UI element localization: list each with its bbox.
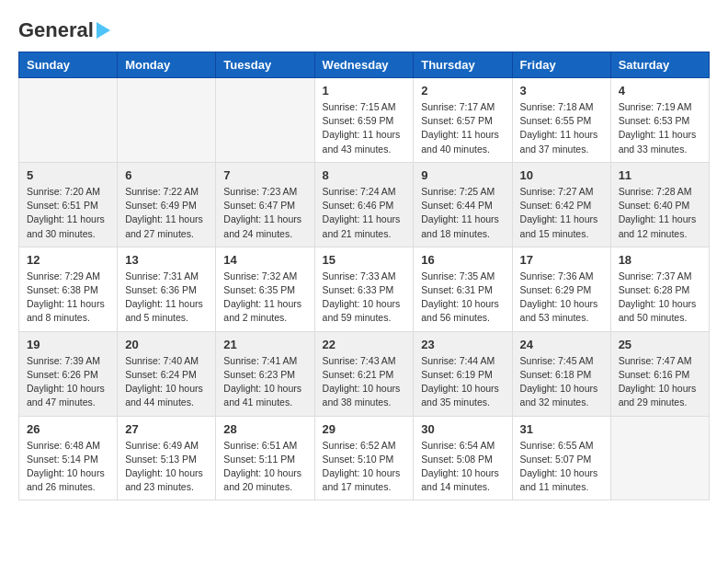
calendar-week-5: 26Sunrise: 6:48 AM Sunset: 5:14 PM Dayli… <box>19 416 710 500</box>
calendar-cell: 7Sunrise: 7:23 AM Sunset: 6:47 PM Daylig… <box>216 162 314 247</box>
page-header: General <box>18 18 710 42</box>
day-info: Sunrise: 7:29 AM Sunset: 6:38 PM Dayligh… <box>27 270 109 326</box>
day-number: 2 <box>421 84 504 98</box>
calendar-cell: 10Sunrise: 7:27 AM Sunset: 6:42 PM Dayli… <box>512 162 610 247</box>
day-number: 7 <box>223 168 306 182</box>
day-info: Sunrise: 7:27 AM Sunset: 6:42 PM Dayligh… <box>520 185 603 241</box>
day-number: 15 <box>323 253 406 267</box>
calendar-cell: 21Sunrise: 7:41 AM Sunset: 6:23 PM Dayli… <box>216 331 314 416</box>
day-info: Sunrise: 7:17 AM Sunset: 6:57 PM Dayligh… <box>421 100 504 156</box>
weekday-header-monday: Monday <box>118 52 216 78</box>
calendar-cell: 22Sunrise: 7:43 AM Sunset: 6:21 PM Dayli… <box>314 331 414 416</box>
day-number: 3 <box>520 84 603 98</box>
day-info: Sunrise: 7:20 AM Sunset: 6:51 PM Dayligh… <box>27 185 109 241</box>
calendar-cell: 30Sunrise: 6:54 AM Sunset: 5:08 PM Dayli… <box>414 416 512 500</box>
calendar-table: SundayMondayTuesdayWednesdayThursdayFrid… <box>18 52 710 500</box>
day-number: 9 <box>421 168 504 182</box>
day-number: 21 <box>223 338 306 351</box>
calendar-cell: 4Sunrise: 7:19 AM Sunset: 6:53 PM Daylig… <box>610 78 709 163</box>
calendar-cell: 23Sunrise: 7:44 AM Sunset: 6:19 PM Dayli… <box>414 331 512 416</box>
day-number: 16 <box>421 253 504 267</box>
calendar-cell <box>610 416 709 500</box>
day-info: Sunrise: 7:35 AM Sunset: 6:31 PM Dayligh… <box>421 270 504 326</box>
day-info: Sunrise: 7:40 AM Sunset: 6:24 PM Dayligh… <box>125 354 208 410</box>
day-number: 10 <box>520 168 603 182</box>
calendar-week-3: 12Sunrise: 7:29 AM Sunset: 6:38 PM Dayli… <box>19 247 710 331</box>
calendar-cell: 1Sunrise: 7:15 AM Sunset: 6:59 PM Daylig… <box>314 78 414 163</box>
day-info: Sunrise: 7:22 AM Sunset: 6:49 PM Dayligh… <box>125 185 208 241</box>
day-number: 26 <box>27 422 109 436</box>
calendar-cell: 9Sunrise: 7:25 AM Sunset: 6:44 PM Daylig… <box>414 162 512 247</box>
day-info: Sunrise: 6:55 AM Sunset: 5:07 PM Dayligh… <box>520 439 603 495</box>
weekday-header-wednesday: Wednesday <box>314 52 414 78</box>
day-number: 25 <box>619 338 701 351</box>
calendar-cell: 25Sunrise: 7:47 AM Sunset: 6:16 PM Dayli… <box>610 331 709 416</box>
day-number: 20 <box>125 338 208 351</box>
day-number: 12 <box>27 253 109 267</box>
day-number: 17 <box>520 253 603 267</box>
weekday-header-row: SundayMondayTuesdayWednesdayThursdayFrid… <box>19 52 710 78</box>
calendar-body: 1Sunrise: 7:15 AM Sunset: 6:59 PM Daylig… <box>19 78 710 500</box>
day-info: Sunrise: 7:33 AM Sunset: 6:33 PM Dayligh… <box>323 270 406 326</box>
calendar-cell: 8Sunrise: 7:24 AM Sunset: 6:46 PM Daylig… <box>314 162 414 247</box>
weekday-header-saturday: Saturday <box>610 52 709 78</box>
day-number: 4 <box>619 84 701 98</box>
day-number: 22 <box>323 338 406 351</box>
day-info: Sunrise: 6:48 AM Sunset: 5:14 PM Dayligh… <box>27 439 109 495</box>
day-info: Sunrise: 7:19 AM Sunset: 6:53 PM Dayligh… <box>619 100 701 156</box>
logo: General <box>18 18 110 42</box>
day-info: Sunrise: 7:32 AM Sunset: 6:35 PM Dayligh… <box>223 270 306 326</box>
day-number: 6 <box>125 168 208 182</box>
day-number: 13 <box>125 253 208 267</box>
calendar-cell <box>19 78 118 163</box>
day-number: 18 <box>619 253 701 267</box>
calendar-cell: 24Sunrise: 7:45 AM Sunset: 6:18 PM Dayli… <box>512 331 610 416</box>
day-info: Sunrise: 6:51 AM Sunset: 5:11 PM Dayligh… <box>223 439 306 495</box>
day-number: 29 <box>323 422 406 436</box>
calendar-cell: 12Sunrise: 7:29 AM Sunset: 6:38 PM Dayli… <box>19 247 118 331</box>
day-number: 19 <box>27 338 109 351</box>
calendar-week-2: 5Sunrise: 7:20 AM Sunset: 6:51 PM Daylig… <box>19 162 710 247</box>
logo-arrow-icon <box>97 22 110 39</box>
calendar-cell <box>118 78 216 163</box>
day-info: Sunrise: 7:18 AM Sunset: 6:55 PM Dayligh… <box>520 100 603 156</box>
calendar-cell: 14Sunrise: 7:32 AM Sunset: 6:35 PM Dayli… <box>216 247 314 331</box>
weekday-header-sunday: Sunday <box>19 52 118 78</box>
day-info: Sunrise: 7:23 AM Sunset: 6:47 PM Dayligh… <box>223 185 306 241</box>
day-info: Sunrise: 7:44 AM Sunset: 6:19 PM Dayligh… <box>421 354 504 410</box>
day-number: 28 <box>223 422 306 436</box>
calendar-cell: 15Sunrise: 7:33 AM Sunset: 6:33 PM Dayli… <box>314 247 414 331</box>
calendar-week-4: 19Sunrise: 7:39 AM Sunset: 6:26 PM Dayli… <box>19 331 710 416</box>
calendar-cell: 27Sunrise: 6:49 AM Sunset: 5:13 PM Dayli… <box>118 416 216 500</box>
weekday-header-tuesday: Tuesday <box>216 52 314 78</box>
calendar-week-1: 1Sunrise: 7:15 AM Sunset: 6:59 PM Daylig… <box>19 78 710 163</box>
day-info: Sunrise: 6:49 AM Sunset: 5:13 PM Dayligh… <box>125 439 208 495</box>
day-info: Sunrise: 7:47 AM Sunset: 6:16 PM Dayligh… <box>619 354 701 410</box>
day-number: 5 <box>27 168 109 182</box>
day-number: 30 <box>421 422 504 436</box>
calendar-cell: 16Sunrise: 7:35 AM Sunset: 6:31 PM Dayli… <box>414 247 512 331</box>
day-number: 1 <box>323 84 406 98</box>
day-info: Sunrise: 7:43 AM Sunset: 6:21 PM Dayligh… <box>323 354 406 410</box>
calendar-cell: 6Sunrise: 7:22 AM Sunset: 6:49 PM Daylig… <box>118 162 216 247</box>
calendar-cell: 19Sunrise: 7:39 AM Sunset: 6:26 PM Dayli… <box>19 331 118 416</box>
day-info: Sunrise: 7:45 AM Sunset: 6:18 PM Dayligh… <box>520 354 603 410</box>
day-info: Sunrise: 7:37 AM Sunset: 6:28 PM Dayligh… <box>619 270 701 326</box>
logo-general: General <box>18 18 94 42</box>
calendar-cell: 3Sunrise: 7:18 AM Sunset: 6:55 PM Daylig… <box>512 78 610 163</box>
calendar-cell: 13Sunrise: 7:31 AM Sunset: 6:36 PM Dayli… <box>118 247 216 331</box>
calendar-cell: 5Sunrise: 7:20 AM Sunset: 6:51 PM Daylig… <box>19 162 118 247</box>
day-number: 14 <box>223 253 306 267</box>
day-info: Sunrise: 7:24 AM Sunset: 6:46 PM Dayligh… <box>323 185 406 241</box>
calendar-cell: 29Sunrise: 6:52 AM Sunset: 5:10 PM Dayli… <box>314 416 414 500</box>
day-info: Sunrise: 7:31 AM Sunset: 6:36 PM Dayligh… <box>125 270 208 326</box>
day-info: Sunrise: 6:52 AM Sunset: 5:10 PM Dayligh… <box>323 439 406 495</box>
weekday-header-friday: Friday <box>512 52 610 78</box>
calendar-cell: 26Sunrise: 6:48 AM Sunset: 5:14 PM Dayli… <box>19 416 118 500</box>
calendar-cell: 28Sunrise: 6:51 AM Sunset: 5:11 PM Dayli… <box>216 416 314 500</box>
day-info: Sunrise: 7:28 AM Sunset: 6:40 PM Dayligh… <box>619 185 701 241</box>
day-number: 8 <box>323 168 406 182</box>
day-info: Sunrise: 6:54 AM Sunset: 5:08 PM Dayligh… <box>421 439 504 495</box>
calendar-cell: 18Sunrise: 7:37 AM Sunset: 6:28 PM Dayli… <box>610 247 709 331</box>
calendar-cell: 17Sunrise: 7:36 AM Sunset: 6:29 PM Dayli… <box>512 247 610 331</box>
